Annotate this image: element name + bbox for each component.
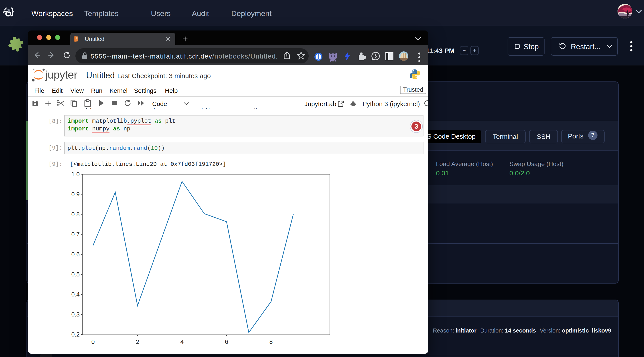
svg-text:0.7: 0.7 — [71, 231, 80, 238]
svg-text:0.5: 0.5 — [71, 271, 80, 278]
svg-text:0.2: 0.2 — [71, 331, 80, 338]
svg-text:0.3: 0.3 — [71, 311, 80, 318]
svg-text:0: 0 — [91, 338, 94, 345]
svg-text:4: 4 — [180, 338, 184, 345]
svg-text:0.9: 0.9 — [71, 191, 80, 198]
svg-text:2: 2 — [136, 338, 139, 345]
svg-text:0.8: 0.8 — [71, 211, 80, 218]
svg-text:1.0: 1.0 — [71, 172, 80, 178]
svg-text:0.4: 0.4 — [71, 291, 80, 298]
svg-text:8: 8 — [269, 338, 272, 345]
svg-text:0.6: 0.6 — [71, 251, 80, 258]
svg-text:6: 6 — [225, 338, 228, 345]
